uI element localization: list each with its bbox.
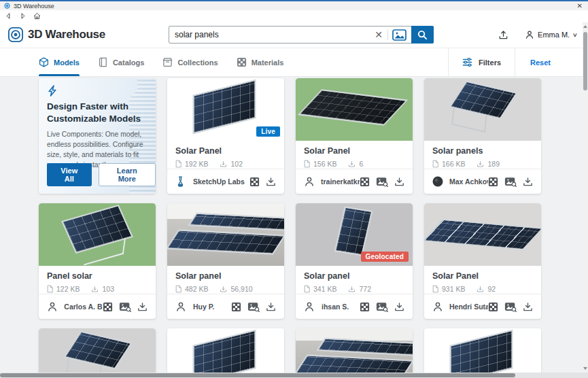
filters-button[interactable]: Filters xyxy=(448,48,515,76)
model-thumbnail[interactable] xyxy=(167,203,284,266)
file-icon xyxy=(304,285,310,293)
author-avatar[interactable] xyxy=(175,301,187,313)
model-thumbnail[interactable]: Live xyxy=(167,78,284,141)
search-button[interactable] xyxy=(411,26,434,44)
reset-button[interactable]: Reset xyxy=(530,58,551,67)
horizontal-scroll-thumb[interactable] xyxy=(0,373,515,377)
model-title[interactable]: Solar Panel xyxy=(175,146,276,156)
author-name[interactable]: Huy P. xyxy=(193,303,214,311)
forward-icon[interactable] xyxy=(19,12,27,20)
author-avatar[interactable] xyxy=(47,301,58,313)
model-card[interactable] xyxy=(424,328,541,378)
download-icon[interactable] xyxy=(523,177,533,187)
horizontal-scrollbar[interactable] xyxy=(0,373,583,378)
bolt-icon xyxy=(47,85,58,97)
downloads-icon xyxy=(348,286,356,293)
model-card[interactable] xyxy=(167,328,284,378)
model-title[interactable]: Solar panels xyxy=(432,146,533,156)
checkerboard-icon[interactable] xyxy=(360,177,370,187)
vertical-scrollbar[interactable] xyxy=(583,22,588,373)
image-search-icon[interactable] xyxy=(247,302,260,312)
checkerboard-icon[interactable] xyxy=(103,302,113,312)
image-search-icon[interactable] xyxy=(119,302,131,312)
author-name[interactable]: Hendri Sutanto xyxy=(449,303,488,311)
model-card[interactable] xyxy=(296,328,413,378)
image-search-icon[interactable] xyxy=(376,177,388,187)
image-search-icon[interactable] xyxy=(504,177,517,187)
image-search-icon[interactable] xyxy=(504,302,517,312)
author-avatar[interactable] xyxy=(304,301,315,313)
search-input[interactable] xyxy=(169,30,370,39)
model-title[interactable]: Solar panel xyxy=(304,271,404,281)
model-stats: 931 KB 92 xyxy=(432,285,533,293)
checkerboard-icon[interactable] xyxy=(488,302,498,312)
download-icon[interactable] xyxy=(266,177,276,187)
model-thumbnail[interactable] xyxy=(39,203,156,266)
download-icon[interactable] xyxy=(266,302,276,312)
model-thumbnail[interactable]: Geolocated xyxy=(296,203,413,266)
brand[interactable]: 3D Warehouse xyxy=(8,27,105,42)
download-icon[interactable] xyxy=(523,302,533,312)
checkerboard-icon[interactable] xyxy=(360,302,370,312)
model-title[interactable]: Solar Panel xyxy=(304,146,404,156)
model-card[interactable] xyxy=(39,328,156,378)
solar-panel-render xyxy=(192,80,256,135)
model-card[interactable]: Panel solar 122 KB 103 Carlos A. B. xyxy=(39,203,156,319)
user-menu[interactable]: Emma M. ∨ xyxy=(525,30,577,39)
upload-icon[interactable] xyxy=(498,30,508,40)
model-thumbnail[interactable] xyxy=(424,328,541,378)
model-thumbnail[interactable] xyxy=(167,328,284,378)
tab-catalogs[interactable]: Catalogs xyxy=(98,48,144,76)
file-size-stat: 192 KB xyxy=(175,160,208,168)
scroll-down-icon[interactable] xyxy=(583,367,587,370)
tab-collections[interactable]: Collections xyxy=(162,48,218,76)
model-card[interactable]: Solar panels 166 KB 189 Max Achkovsky xyxy=(424,78,541,194)
model-title[interactable]: Solar Panel xyxy=(432,271,533,281)
author-avatar[interactable] xyxy=(175,176,187,188)
checkerboard-icon[interactable] xyxy=(488,177,498,187)
download-icon[interactable] xyxy=(394,302,404,312)
model-card[interactable]: Geolocated Solar panel 341 KB 772 ihsan … xyxy=(296,203,413,319)
promo-title: Design Faster with Customizable Models xyxy=(47,101,146,124)
author-name[interactable]: ihsan S. xyxy=(322,303,349,311)
back-icon[interactable] xyxy=(5,12,12,20)
model-thumbnail[interactable] xyxy=(296,78,413,141)
checkerboard-icon[interactable] xyxy=(249,177,260,187)
card-actions xyxy=(231,302,276,312)
vertical-scroll-thumb[interactable] xyxy=(583,32,587,90)
model-card[interactable]: Solar Panel 931 KB 92 Hendri Sutanto xyxy=(424,203,541,319)
checkerboard-icon[interactable] xyxy=(231,302,241,312)
author-avatar[interactable] xyxy=(432,301,443,313)
author-avatar[interactable] xyxy=(304,176,315,188)
author-name[interactable]: Carlos A. B. xyxy=(64,303,103,311)
download-icon[interactable] xyxy=(394,177,404,187)
model-title[interactable]: Panel solar xyxy=(47,271,148,281)
download-icon[interactable] xyxy=(137,302,148,312)
home-icon[interactable] xyxy=(33,12,41,20)
close-icon[interactable]: ✕ xyxy=(577,3,583,10)
tab-label: Collections xyxy=(177,58,218,67)
model-thumbnail[interactable] xyxy=(39,328,156,378)
author-name[interactable]: Max Achkovsky xyxy=(449,177,488,186)
model-stats: 156 KB 6 xyxy=(304,160,404,168)
tab-models[interactable]: Models xyxy=(39,48,80,76)
model-thumbnail[interactable] xyxy=(296,328,413,378)
author-avatar[interactable] xyxy=(432,176,443,188)
solar-panel-render xyxy=(298,89,408,126)
tab-materials[interactable]: Materials xyxy=(237,48,284,76)
model-card[interactable]: Solar panel 482 KB 56,910 Huy P. xyxy=(167,203,284,319)
learn-more-button[interactable]: Learn More xyxy=(99,163,156,186)
model-card[interactable]: Solar Panel 156 KB 6 trainerkatkramer xyxy=(296,78,413,194)
view-all-button[interactable]: View All xyxy=(47,163,92,186)
image-search-icon[interactable] xyxy=(376,302,388,312)
scroll-up-icon[interactable] xyxy=(583,25,587,28)
model-card[interactable]: Live Solar Panel 192 KB 102 SketchUp Lab… xyxy=(167,78,284,194)
model-thumbnail[interactable] xyxy=(424,78,541,141)
model-title[interactable]: Solar panel xyxy=(175,271,276,281)
model-thumbnail[interactable] xyxy=(424,203,541,266)
image-search-icon[interactable] xyxy=(388,29,410,41)
clear-icon[interactable]: ✕ xyxy=(370,27,387,43)
author-name[interactable]: SketchUp Labs xyxy=(193,177,245,186)
author-name[interactable]: trainerkatkramer xyxy=(321,177,360,186)
downloads-icon xyxy=(348,160,356,168)
